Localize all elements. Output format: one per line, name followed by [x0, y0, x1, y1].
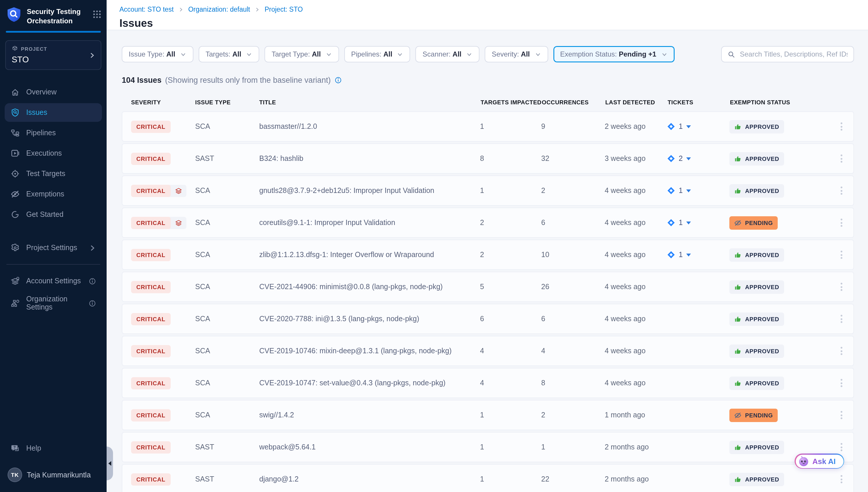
issue-title-link[interactable]: CVE-2020-7788: ini@1.3.5 (lang-pkgs, nod…	[259, 315, 480, 323]
issue-title-link[interactable]: zlib@1:1.2.13.dfsg-1: Integer Overflow o…	[259, 251, 480, 259]
filter-dropdown[interactable]: Targets: All	[199, 46, 260, 63]
row-menu-button[interactable]	[834, 112, 849, 141]
table-row[interactable]: CRITICAL SAST webpack@5.64.1 1 1 2 month…	[122, 432, 854, 462]
info-icon[interactable]	[334, 76, 342, 84]
chevron-down-icon	[397, 51, 403, 57]
row-menu-button[interactable]	[834, 144, 849, 173]
info-icon[interactable]	[88, 277, 96, 285]
table-row[interactable]: CRITICAL SCA zlib@1:1.2.13.dfsg-1: Integ…	[122, 240, 854, 270]
search-box	[721, 46, 854, 63]
sidebar-nav-item[interactable]: Overview	[5, 83, 102, 101]
help-chat-icon	[10, 444, 20, 453]
tickets-cell[interactable]: 1	[667, 219, 729, 227]
sidebar-collapse-handle[interactable]	[107, 446, 113, 480]
filter-dropdown[interactable]: Issue Type: All	[122, 46, 193, 63]
table-row[interactable]: CRITICAL SAST django@1.2 1 22 2 months a…	[122, 464, 854, 492]
sidebar-nav-item[interactable]: Test Targets	[5, 164, 102, 183]
table-row[interactable]: CRITICAL SAST B324: hashlib 8 32 3 weeks…	[122, 143, 854, 174]
filter-dropdown[interactable]: Pipelines: All	[344, 46, 410, 63]
breadcrumb-link[interactable]: Organization: default	[188, 6, 250, 13]
severity-badge: CRITICAL	[131, 184, 171, 197]
row-menu-button[interactable]	[834, 304, 849, 334]
sidebar-nav-item[interactable]: Issues	[5, 103, 102, 122]
issue-title-link[interactable]: CVE-2019-10746: mixin-deep@1.3.1 (lang-p…	[259, 347, 480, 355]
issue-title-link[interactable]: webpack@5.64.1	[259, 443, 480, 451]
tickets-cell[interactable]: 1	[667, 187, 729, 195]
tickets-cell[interactable]: 1	[667, 122, 729, 130]
filter-dropdown[interactable]: Severity: All	[485, 46, 548, 63]
exemption-status-label: APPROVED	[745, 188, 779, 194]
app-title: Security Testing Orchestration	[27, 6, 88, 26]
issue-title-link[interactable]: django@1.2	[259, 475, 480, 483]
table-row[interactable]: CRITICAL SCA gnutls28@3.7.9-2+deb12u5: I…	[122, 175, 854, 206]
issue-title-link[interactable]: swig//1.4.2	[259, 411, 480, 419]
sidebar-settings-item[interactable]: Account Settings	[5, 272, 102, 290]
tickets-cell[interactable]: 2	[667, 154, 729, 163]
issue-title-link[interactable]: gnutls28@3.7.9-2+deb12u5: Improper Input…	[259, 187, 480, 195]
sidebar-nav-item[interactable]: Exemptions	[5, 185, 102, 203]
last-detected-cell: 4 weeks ago	[605, 315, 667, 323]
sidebar-nav-item[interactable]: Pipelines	[5, 124, 102, 142]
issue-title-link[interactable]: CVE-2021-44906: minimist@0.0.8 (lang-pkg…	[259, 283, 480, 291]
exemption-status-label: PENDING	[745, 412, 773, 418]
filter-dropdown[interactable]: Exemption Status: Pending +1	[553, 46, 674, 63]
info-icon[interactable]	[88, 299, 96, 307]
issue-title-link[interactable]: B324: hashlib	[259, 154, 480, 163]
occurrences-cell: 6	[541, 315, 605, 323]
row-menu-button[interactable]	[834, 400, 849, 429]
ask-ai-button[interactable]: Ask AI	[795, 453, 844, 469]
severity-badge: CRITICAL	[131, 473, 171, 485]
last-detected-cell: 4 weeks ago	[605, 219, 667, 227]
table-row[interactable]: CRITICAL SCA CVE-2019-10746: mixin-deep@…	[122, 336, 854, 366]
row-menu-button[interactable]	[834, 368, 849, 398]
issue-type-cell: SAST	[195, 154, 259, 163]
filter-dropdown[interactable]: Target Type: All	[264, 46, 339, 63]
exemption-status-badge: APPROVED	[729, 280, 784, 294]
exemption-status-label: APPROVED	[745, 123, 779, 130]
thumbs-up-icon	[734, 347, 742, 355]
user-name: Teja Kummarikuntla	[27, 471, 91, 479]
sidebar-settings-item[interactable]: Organization Settings	[5, 290, 102, 316]
targets-impacted-cell: 6	[480, 315, 541, 323]
user-menu[interactable]: TK Teja Kummarikuntla	[5, 466, 102, 484]
help-label: Help	[26, 444, 41, 452]
table-row[interactable]: CRITICAL SCA CVE-2019-10747: set-value@0…	[122, 368, 854, 398]
row-menu-button[interactable]	[834, 208, 849, 237]
last-detected-cell: 2 months ago	[605, 475, 667, 483]
table-row[interactable]: CRITICAL SCA CVE-2021-44906: minimist@0.…	[122, 272, 854, 302]
jira-ticket-icon	[667, 251, 675, 259]
row-menu-button[interactable]	[834, 336, 849, 366]
filter-dropdown[interactable]: Scanner: All	[416, 46, 479, 63]
row-menu-button[interactable]	[834, 272, 849, 301]
sidebar-nav-item[interactable]: Get Started	[5, 205, 102, 224]
table-row[interactable]: CRITICAL SCA coreutils@9.1-1: Improper I…	[122, 207, 854, 238]
issue-type-cell: SCA	[195, 379, 259, 387]
row-menu-button[interactable]	[834, 240, 849, 269]
project-selector[interactable]: PROJECT STO	[5, 40, 101, 70]
table-row[interactable]: CRITICAL SCA swig//1.4.2 1 2 1 month ago…	[122, 400, 854, 430]
breadcrumb-separator-icon	[178, 7, 184, 12]
table-row[interactable]: CRITICAL SCA CVE-2020-7788: ini@1.3.5 (l…	[122, 304, 854, 334]
severity-cell: CRITICAL	[131, 217, 186, 229]
issue-title-link[interactable]: coreutils@9.1-1: Improper Input Validati…	[259, 219, 480, 227]
tickets-cell[interactable]: 1	[667, 251, 729, 259]
getstarted-icon	[10, 210, 20, 219]
collapse-arrow-icon	[106, 461, 111, 466]
sidebar-nav-item[interactable]: Executions	[5, 144, 102, 163]
ask-ai-inner: Ask AI	[795, 454, 843, 468]
table-row[interactable]: CRITICAL SCA bassmaster//1.2.0 1 9 2 wee…	[122, 111, 854, 142]
help-button[interactable]: Help	[5, 439, 102, 458]
severity-badge: CRITICAL	[131, 313, 171, 325]
exemption-status-badge: APPROVED	[729, 344, 784, 358]
breadcrumb-link[interactable]: Project: STO	[264, 6, 303, 13]
row-menu-button[interactable]	[834, 465, 849, 492]
row-menu-button[interactable]	[834, 176, 849, 205]
sidebar-item-project-settings[interactable]: Project Settings	[5, 239, 102, 257]
search-input[interactable]	[740, 50, 848, 58]
issue-title-link[interactable]: bassmaster//1.2.0	[259, 122, 480, 130]
chevron-down-icon	[534, 51, 541, 57]
app-grid-icon[interactable]	[93, 10, 101, 19]
issue-title-link[interactable]: CVE-2019-10747: set-value@0.4.3 (lang-pk…	[259, 379, 480, 387]
breadcrumb-link[interactable]: Account: STO test	[120, 6, 174, 13]
page-header: Account: STO test Organization: default …	[107, 0, 868, 30]
